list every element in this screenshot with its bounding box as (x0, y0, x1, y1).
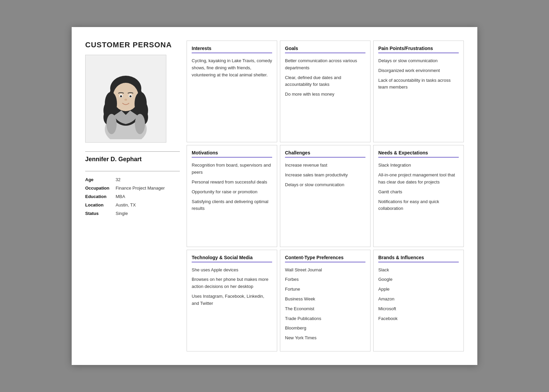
education-label: Education (85, 192, 116, 201)
list-item: Do more with less money (285, 91, 365, 98)
goals-content: Better communication across various depa… (285, 57, 365, 98)
age-label: Age (85, 175, 116, 184)
list-item: Satisfying clients and delivering optima… (192, 198, 272, 213)
brands-card: Brands & Influences SlackGoogleAppleAmaz… (373, 250, 464, 351)
needs-underline (378, 157, 459, 158)
list-item: Google (378, 276, 459, 283)
motivations-card: Motivations Recognition from board, supe… (187, 145, 277, 247)
occupation-row: Occupation Finance Project Manager (85, 184, 180, 192)
challenges-title: Challenges (285, 150, 365, 155)
svg-point-16 (129, 95, 132, 97)
info-divider (85, 171, 180, 171)
location-value: Austin, TX (116, 201, 180, 209)
list-item: Disorganized work environment (378, 67, 459, 74)
list-item: Browses on her phone but makes more acti… (192, 276, 272, 290)
education-row: Education MBA (85, 192, 180, 201)
interests-card: Interests Cycling, kayaking in Lake Trav… (187, 41, 277, 142)
list-item: Recognition from board, supervisors and … (192, 162, 272, 176)
list-item: Apple (378, 286, 459, 293)
occupation-value: Finance Project Manager (116, 184, 180, 192)
list-item: Increase sales team productivity (285, 172, 365, 179)
pain-points-card: Pain Points/Frustrations Delays or slow … (373, 41, 464, 142)
list-item: Better communication across various depa… (285, 57, 365, 72)
left-panel: CUSTOMER PERSONA (85, 41, 180, 351)
persona-title: CUSTOMER PERSONA (85, 41, 180, 49)
list-item: Business Week (285, 296, 365, 303)
content-title: Content-Type Preferences (285, 255, 365, 260)
list-item: Clear, defined due dates and accountabil… (285, 74, 365, 89)
brands-list: SlackGoogleAppleAmazonMicrosoftFacebook (378, 267, 459, 322)
goals-underline (285, 52, 365, 53)
list-item: Uses Instagram, Facebook, Linkedin, and … (192, 293, 272, 307)
challenges-card: Challenges Increase revenue fastIncrease… (280, 145, 371, 247)
needs-title: Needs & Expectations (378, 150, 459, 155)
challenges-underline (285, 157, 365, 158)
avatar-box (85, 55, 166, 143)
status-row: Status Single (85, 209, 180, 218)
svg-point-6 (113, 83, 139, 111)
motivations-content: Recognition from board, supervisors and … (192, 162, 272, 212)
technology-title: Technology & Social Media (192, 255, 272, 260)
technology-card: Technology & Social Media She uses Apple… (187, 250, 277, 351)
location-row: Location Austin, TX (85, 201, 180, 209)
motivations-underline (192, 157, 272, 158)
list-item: The Economist (285, 305, 365, 313)
education-value: MBA (116, 192, 180, 201)
technology-content: She uses Apple devicesBrowses on her pho… (192, 267, 272, 307)
location-label: Location (85, 201, 116, 209)
list-item: Fortune (285, 286, 365, 293)
list-item: She uses Apple devices (192, 267, 272, 274)
goals-title: Goals (285, 46, 365, 51)
content-underline (285, 262, 365, 263)
list-item: All-in-one project management tool that … (378, 172, 459, 186)
interests-underline (192, 52, 272, 53)
list-item: Notifications for easy and quick collabo… (378, 198, 459, 213)
status-value: Single (116, 209, 180, 218)
list-item: Slack Integration (378, 162, 459, 169)
list-item: Delays or slow communication (285, 181, 365, 189)
list-item: Forbes (285, 276, 365, 283)
list-item: Gantt charts (378, 189, 459, 196)
list-item: Opportunity for raise or promotion (192, 189, 272, 196)
avatar-illustration (89, 58, 163, 139)
name-divider (85, 151, 180, 152)
info-table: Age 32 Occupation Finance Project Manage… (85, 175, 180, 218)
right-panel: Interests Cycling, kayaking in Lake Trav… (187, 41, 464, 351)
content-card: Content-Type Preferences Wall Street Jou… (280, 250, 371, 351)
goals-card: Goals Better communication across variou… (280, 41, 371, 142)
occupation-label: Occupation (85, 184, 116, 192)
list-item: Facebook (378, 315, 459, 322)
list-item: Increase revenue fast (285, 162, 365, 169)
motivations-title: Motivations (192, 150, 272, 155)
svg-point-15 (120, 95, 122, 97)
brands-underline (378, 262, 459, 263)
status-label: Status (85, 209, 116, 218)
pain-points-content: Delays or slow communicationDisorganized… (378, 57, 459, 91)
list-item: Microsoft (378, 305, 459, 313)
list-item: Lack of accountability in tasks across t… (378, 77, 459, 91)
svg-point-18 (106, 114, 117, 134)
grid-row-2: Motivations Recognition from board, supe… (187, 145, 464, 247)
grid-row-3: Technology & Social Media She uses Apple… (187, 250, 464, 351)
list-item: Amazon (378, 296, 459, 303)
pain-points-title: Pain Points/Frustrations (378, 46, 459, 51)
list-item: Personal reward from successful deals (192, 179, 272, 186)
list-item: Trade Publications (285, 315, 365, 322)
content-list: Wall Street JournalForbesFortuneBusiness… (285, 267, 365, 342)
list-item: Bloomberg (285, 325, 365, 332)
list-item: Wall Street Journal (285, 267, 365, 274)
challenges-content: Increase revenue fastIncrease sales team… (285, 162, 365, 188)
list-item: Delays or slow communication (378, 57, 459, 65)
svg-point-19 (135, 114, 145, 134)
list-item: New York Times (285, 335, 365, 342)
svg-point-17 (124, 99, 127, 101)
customer-persona-page: CUSTOMER PERSONA (72, 27, 477, 365)
age-row: Age 32 (85, 175, 180, 184)
technology-underline (192, 262, 272, 263)
age-value: 32 (116, 175, 180, 184)
list-item: Slack (378, 267, 459, 274)
interests-title: Interests (192, 46, 272, 51)
needs-card: Needs & Expectations Slack IntegrationAl… (373, 145, 464, 247)
grid-row-1: Interests Cycling, kayaking in Lake Trav… (187, 41, 464, 142)
needs-content: Slack IntegrationAll-in-one project mana… (378, 162, 459, 212)
